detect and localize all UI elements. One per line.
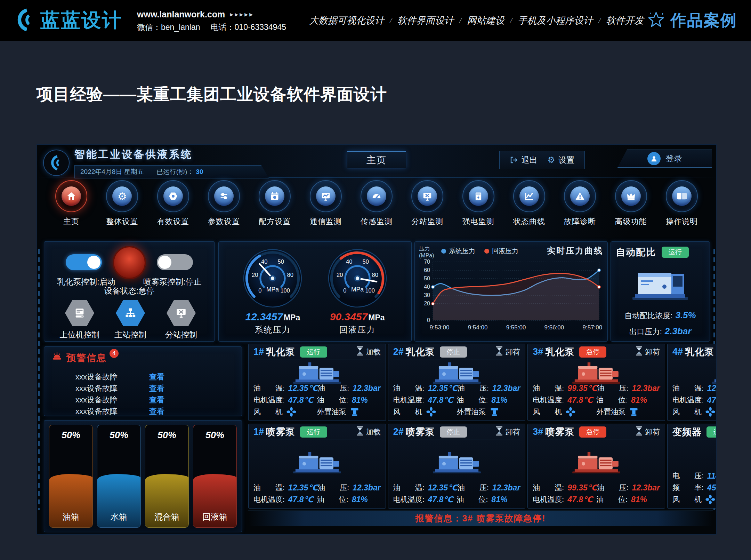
phone-label: 电话：010-63334945	[211, 21, 286, 33]
menu-item-4[interactable]: 参数设置	[201, 180, 247, 239]
status-badge: 停止	[440, 426, 467, 438]
svg-text:70: 70	[424, 259, 430, 265]
status-badge: 运行	[300, 346, 327, 358]
load-action-button[interactable]: 加载	[356, 346, 381, 357]
logout-button[interactable]: 退出	[510, 155, 538, 166]
menu-item-10[interactable]: 状态曲线	[507, 180, 552, 239]
tab-home[interactable]: 主页	[347, 151, 406, 168]
svg-text:0: 0	[258, 287, 261, 294]
nav-item-4[interactable]: 手机及小程序设计	[518, 14, 593, 27]
pressure-line-chart: 02030405060709:53:009:54:009:55:009:56:0…	[419, 259, 603, 334]
warning-row: xxx设备故障查看	[75, 395, 164, 405]
menu-item-2[interactable]: ⚙整体设置	[99, 180, 145, 239]
menu-item-label: 有效设置	[157, 216, 189, 227]
runtime-value: 30	[196, 168, 203, 175]
pressure-gauges-panel: 020405080100MPa12.3457MPa系统压力02040508010…	[218, 241, 412, 342]
hex-button-label: 上位机控制	[52, 329, 107, 340]
warning-row: xxx设备故障查看	[75, 406, 164, 417]
tank-label: 油箱	[49, 511, 92, 522]
login-button[interactable]: 登录	[617, 150, 712, 168]
nav-divider: /	[459, 16, 461, 25]
main-menu: 主页⚙整体设置有效设置参数设置配方设置通信监测传感监测分站监测强电监测状态曲线故…	[49, 180, 704, 239]
auto-ratio-concentration: 自动配比浓度:3.5%	[616, 310, 705, 321]
menu-item-11[interactable]: 故障诊断	[557, 180, 603, 239]
nav-divider: /	[510, 16, 512, 25]
load-action-button[interactable]: 卸荷	[636, 346, 660, 357]
arrows-decoration: ▶▶▶▶▶	[230, 11, 254, 18]
exit-icon	[510, 156, 518, 164]
tank-label: 混合箱	[145, 511, 188, 522]
dashboard-titlebox: 智能工业设备供液系统 2022年4月8日 星期五 已运行(秒)：30	[74, 147, 269, 178]
spray-pump-toggle[interactable]	[157, 254, 193, 270]
gauge-value: 90.3457MPa	[330, 311, 385, 323]
gauge-回液压力: 020405080100MPa90.3457MPa回液压力	[327, 248, 388, 335]
legend-item: 系统压力	[441, 247, 475, 256]
load-action-button[interactable]: 卸荷	[496, 426, 520, 437]
pressure-chart-panel: 压力(MPa) 系统压力回液压力 实时压力曲线 02030405060709:5…	[414, 241, 608, 342]
pump-number: 3#	[533, 346, 543, 357]
pump-image	[393, 440, 520, 482]
pump-icon	[350, 407, 360, 417]
load-action-button[interactable]: 卸荷	[636, 426, 660, 437]
site-logo[interactable]: 蓝蓝设计	[14, 7, 122, 34]
pump-number: 1#	[253, 426, 264, 437]
nav-item-1[interactable]: 大数据可视化设计	[309, 14, 384, 27]
pump-card-grid: 1#乳化泵运行加载油 温:12.35℃油 压:12.3bar电机温度:47.8℃…	[248, 344, 713, 509]
cases-link[interactable]: 作品案例	[647, 10, 737, 31]
status-badge: 停止	[440, 346, 467, 358]
nav-item-2[interactable]: 软件界面设计	[397, 14, 454, 27]
menu-item-12[interactable]: 高级功能	[608, 180, 654, 239]
site-nav: 大数据可视化设计/软件界面设计/网站建设/手机及小程序设计/软件开发	[309, 14, 644, 27]
hex-button-2[interactable]	[114, 300, 146, 326]
alarm-bar: 报警信息：3# 喷雾泵故障急停!	[248, 511, 713, 526]
hex-button-label: 主站控制	[103, 329, 158, 340]
menu-ring	[157, 180, 189, 212]
nav-item-5[interactable]: 软件开发	[606, 14, 644, 27]
substation-monitor-icon	[418, 186, 437, 206]
hex-button-3[interactable]	[165, 300, 197, 326]
page-title: 项目经验——某重工集团工业设备软件界面设计	[37, 83, 387, 105]
dashboard-logo[interactable]	[43, 150, 70, 176]
menu-item-8[interactable]: 分站监测	[405, 180, 450, 239]
tank-label: 回液箱	[193, 511, 236, 522]
warning-text: xxx设备故障	[75, 406, 128, 417]
tank-混合箱: 50%混合箱	[145, 425, 189, 528]
tank-label: 水箱	[97, 511, 140, 522]
svg-text:40: 40	[346, 258, 352, 265]
pump-image	[393, 360, 520, 382]
view-link[interactable]: 查看	[149, 406, 164, 417]
svg-text:50: 50	[424, 275, 430, 281]
view-link[interactable]: 查看	[149, 372, 164, 382]
menu-item-6[interactable]: 通信监测	[303, 180, 348, 239]
view-link[interactable]: 查看	[149, 395, 164, 405]
menu-item-1[interactable]: 主页	[49, 180, 94, 239]
settings-button[interactable]: ⚙ 设置	[548, 155, 575, 166]
control-panel: 乳化泵控制:启动 设备状态:急停 喷雾泵控制:停止 上位机控制主站控制分站控制	[44, 241, 215, 342]
menu-item-5[interactable]: 配方设置	[252, 180, 297, 239]
menu-item-7[interactable]: 传感监测	[354, 180, 399, 239]
emulsion-pump-toggle[interactable]	[66, 254, 102, 270]
load-action-button[interactable]: 加载	[356, 426, 381, 437]
menu-item-3[interactable]: 有效设置	[151, 180, 196, 239]
emergency-stop-button[interactable]	[113, 246, 146, 279]
svg-text:50: 50	[362, 258, 369, 265]
nav-item-3[interactable]: 网站建设	[467, 14, 504, 27]
fan-icon	[565, 407, 576, 417]
gauge-label: 系统压力	[255, 324, 291, 335]
load-action-button[interactable]: 卸荷	[496, 346, 520, 357]
warning-divider	[48, 367, 238, 367]
menu-item-label: 主页	[63, 216, 79, 227]
svg-text:100: 100	[281, 287, 290, 294]
gauge-label: 回液压力	[339, 324, 376, 335]
home-icon	[62, 186, 81, 206]
pump-card-4#乳化泵: 4#乳化泵运行加载油 温:12.35℃油 压:12.3bar电机温度:47.8℃…	[667, 344, 717, 421]
menu-item-13[interactable]: 操作说明	[659, 180, 704, 239]
view-link[interactable]: 查看	[149, 383, 164, 394]
curve-icon	[519, 186, 539, 206]
auto-ratio-status-badge: 运行	[662, 247, 689, 258]
gauge-dial: 020405080100MPa	[327, 248, 388, 310]
recipe-icon	[265, 186, 284, 206]
hex-button-1[interactable]	[64, 300, 96, 326]
pump-image	[672, 360, 717, 382]
menu-item-9[interactable]: 强电监测	[456, 180, 501, 239]
